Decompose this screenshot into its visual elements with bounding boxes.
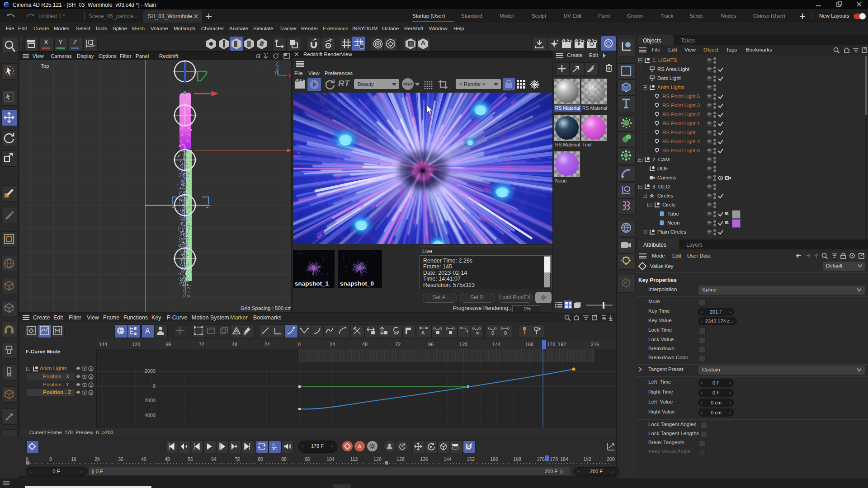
svg-text:S: S [90, 367, 92, 371]
svg-text:0: 0 [491, 330, 494, 336]
svg-text:Y: Y [274, 70, 278, 75]
svg-text:A: A [145, 327, 150, 335]
svg-text:A: A [272, 442, 275, 447]
svg-text:S: S [90, 391, 92, 395]
svg-text:S: S [90, 375, 92, 380]
svg-text:0: 0 [504, 330, 507, 336]
svg-text:S: S [90, 384, 92, 388]
svg-text:Z: Z [275, 61, 278, 66]
svg-text:A: A [358, 444, 362, 449]
svg-text:A: A [421, 330, 425, 335]
